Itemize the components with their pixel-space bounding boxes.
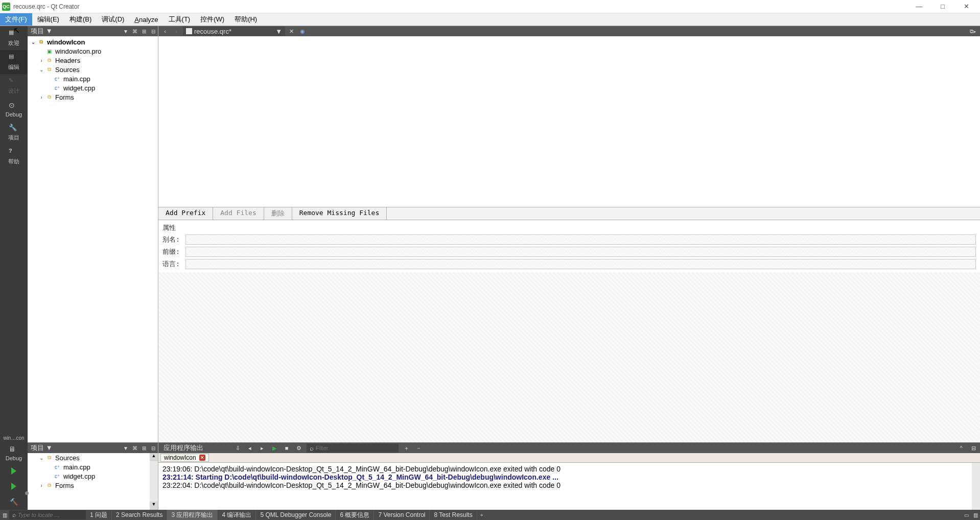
output-zoom-out-icon[interactable]: － xyxy=(414,444,423,452)
tree-headers[interactable]: › ⧉ Headers xyxy=(28,56,158,65)
filter-icon[interactable]: ▼ xyxy=(121,29,130,34)
output-maximize-icon[interactable]: ^ xyxy=(956,445,966,451)
mode-welcome[interactable]: 欢迎 xyxy=(0,26,28,50)
mode-design[interactable]: 设计 xyxy=(0,74,28,98)
project-tree-bottom[interactable]: ⌄ ⧉ Sources c⁺ main.cpp c⁺ widget.cpp xyxy=(28,453,158,510)
delete-button[interactable]: 删除 xyxy=(264,207,292,220)
output-settings-icon[interactable]: ⚙ xyxy=(294,445,304,452)
output-attach-icon[interactable]: ⇩ xyxy=(233,445,242,452)
expander-icon[interactable]: ⌄ xyxy=(38,455,45,461)
remove-missing-files-button[interactable]: Remove Missing Files xyxy=(292,207,387,220)
scroll-track[interactable] xyxy=(150,461,158,502)
close-split-icon[interactable]: ⊟ xyxy=(149,445,158,451)
menu-help[interactable]: 帮助(H) xyxy=(229,13,262,26)
locator[interactable]: ⌕ xyxy=(9,510,86,519)
tree-forms-bottom[interactable]: › ⧉ Forms xyxy=(28,481,158,490)
locator-input[interactable] xyxy=(18,512,74,518)
scroll-down-icon[interactable]: ▼ xyxy=(150,502,158,510)
navigator-view-selector[interactable]: 项目 ▼ xyxy=(28,27,121,36)
menu-analyze[interactable]: Analyze xyxy=(129,14,163,25)
earth-icon[interactable]: ◉ xyxy=(298,28,307,35)
menu-edit[interactable]: 编辑(E) xyxy=(32,13,64,26)
tree-project-root[interactable]: ⌄ ⧉ windowIcon xyxy=(28,37,158,46)
add-prefix-button[interactable]: Add Prefix xyxy=(158,207,213,220)
editor-column: ‹ › recouse.qrc* ▼ ✕ ◉ ⧉▸ Add Prefix Add… xyxy=(158,26,980,442)
status-search-results[interactable]: 2 Search Results xyxy=(112,510,167,520)
tree-pro-file[interactable]: ▣ windowIcon.pro xyxy=(28,46,158,56)
language-input[interactable] xyxy=(185,259,976,269)
close-tab-icon[interactable]: ✕ xyxy=(199,455,205,461)
output-next-icon[interactable]: ▸ xyxy=(258,445,267,452)
alias-input[interactable] xyxy=(185,234,976,245)
right-sidebar-toggle-icon[interactable]: ▥ xyxy=(971,512,980,518)
status-issues[interactable]: 1 问题 xyxy=(86,510,112,520)
expander-icon[interactable]: › xyxy=(38,58,45,63)
mode-debug[interactable]: Debug xyxy=(0,98,28,121)
status-qml-debugger[interactable]: 5 QML Debugger Console xyxy=(256,510,336,520)
split-editor-button[interactable]: ⧉▸ xyxy=(968,28,978,35)
output-text[interactable]: 23:19:06: D:\code\qt\build-windowIcon-De… xyxy=(158,463,980,510)
maximize-button[interactable]: □ xyxy=(936,3,949,10)
prefix-input[interactable] xyxy=(185,247,976,257)
status-compile-output[interactable]: 4 编译输出 xyxy=(218,510,256,520)
tree-main-cpp[interactable]: c⁺ main.cpp xyxy=(28,74,158,83)
progress-indicator-icon[interactable]: ▭ xyxy=(962,512,971,518)
output-close-icon[interactable]: ⊟ xyxy=(969,445,978,452)
close-split-icon[interactable]: ⊟ xyxy=(149,29,158,34)
close-output-icon[interactable]: ÷ xyxy=(477,512,486,518)
tree-widget-cpp[interactable]: c⁺ widget.cpp xyxy=(28,83,158,92)
run-button[interactable] xyxy=(0,463,28,479)
output-zoom-in-icon[interactable]: ＋ xyxy=(402,444,411,452)
output-filter-input[interactable] xyxy=(316,445,387,451)
status-version-control[interactable]: 7 Version Control xyxy=(374,510,430,520)
output-stop-icon[interactable]: ■ xyxy=(282,445,291,451)
nav-back-button[interactable]: ‹ xyxy=(160,28,170,34)
expander-icon[interactable]: › xyxy=(38,94,45,100)
menu-tools[interactable]: 工具(T) xyxy=(164,13,196,26)
navigator-bottom-view-selector[interactable]: 项目 ▼ xyxy=(28,443,121,453)
resource-tree-view[interactable] xyxy=(158,36,980,207)
output-prev-icon[interactable]: ◂ xyxy=(245,445,254,452)
link-icon[interactable]: ⌘ xyxy=(130,445,139,451)
expander-icon[interactable]: › xyxy=(38,483,45,488)
expander-icon[interactable]: ⌄ xyxy=(30,39,37,45)
output-tab-bar: windowIcon ✕ xyxy=(158,453,980,463)
add-split-icon[interactable]: ⊞ xyxy=(139,29,149,34)
output-tab[interactable]: windowIcon ✕ xyxy=(160,454,209,462)
project-tree[interactable]: ⌄ ⧉ windowIcon ▣ windowIcon.pro › ⧉ Head… xyxy=(28,36,158,442)
scroll-up-icon[interactable]: ▲ xyxy=(150,453,158,461)
mode-projects[interactable]: 项目 xyxy=(0,121,28,145)
kit-selector[interactable]: Debug xyxy=(0,443,28,463)
output-scrollbar[interactable] xyxy=(972,463,980,510)
tree-bottom-scrollbar[interactable]: ▲ ▼ xyxy=(150,453,158,510)
build-button[interactable] xyxy=(0,494,28,510)
nav-forward-button[interactable]: › xyxy=(172,28,181,34)
menu-widgets[interactable]: 控件(W) xyxy=(195,13,229,26)
output-filter[interactable]: ⌕ xyxy=(307,444,399,453)
tree-widget-cpp-bottom[interactable]: c⁺ widget.cpp xyxy=(28,471,158,481)
status-app-output[interactable]: 3 应用程序输出 xyxy=(167,510,218,520)
tree-forms[interactable]: › ⧉ Forms xyxy=(28,92,158,102)
link-icon[interactable]: ⌘ xyxy=(130,29,139,34)
menu-build[interactable]: 构建(B) xyxy=(64,13,97,26)
add-files-button[interactable]: Add Files xyxy=(213,207,264,220)
minimize-button[interactable]: — xyxy=(913,3,926,10)
tree-sources-bottom[interactable]: ⌄ ⧉ Sources xyxy=(28,453,158,462)
filter-icon[interactable]: ▼ xyxy=(121,445,130,451)
debug-run-button[interactable] xyxy=(0,479,28,494)
menu-debug[interactable]: 调试(D) xyxy=(97,13,129,26)
add-split-icon[interactable]: ⊞ xyxy=(139,445,149,451)
mode-help[interactable]: 帮助 xyxy=(0,145,28,169)
open-document-selector[interactable]: recouse.qrc* ▼ xyxy=(183,27,285,36)
status-general[interactable]: 6 概要信息 xyxy=(336,510,374,520)
menu-file[interactable]: 文件(F) xyxy=(0,13,32,26)
tree-main-cpp-bottom[interactable]: c⁺ main.cpp xyxy=(28,462,158,471)
expander-icon[interactable]: ⌄ xyxy=(38,67,45,73)
close-button[interactable]: ✕ xyxy=(960,3,973,10)
close-document-button[interactable]: ✕ xyxy=(287,28,296,35)
tree-sources[interactable]: ⌄ ⧉ Sources xyxy=(28,65,158,74)
status-test-results[interactable]: 8 Test Results xyxy=(430,510,477,520)
mode-edit[interactable]: 编辑 xyxy=(0,50,28,74)
sidebar-toggle-icon[interactable]: ▥ xyxy=(0,512,9,518)
output-run-icon[interactable]: ▶ xyxy=(270,445,279,452)
